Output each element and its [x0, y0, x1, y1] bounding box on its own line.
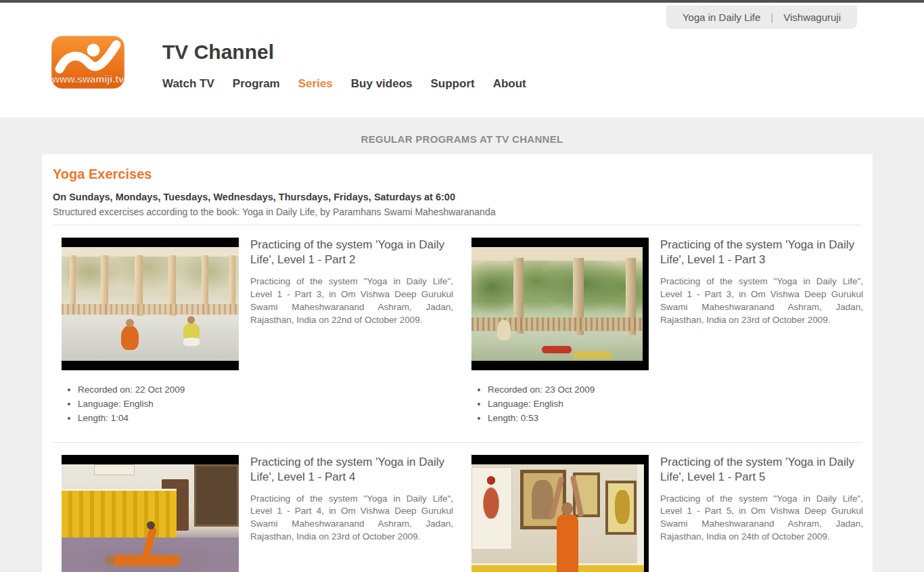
nav-watch-tv[interactable]: Watch TV [162, 77, 214, 91]
thumbnail-art [62, 247, 239, 361]
program-schedule: On Sundays, Mondays, Tuesdays, Wednesday… [53, 192, 862, 202]
thumbnail-art [62, 464, 239, 572]
program-card: Yoga Exercises On Sundays, Mondays, Tues… [42, 154, 873, 572]
topbar-separator: | [770, 12, 773, 23]
nav-about[interactable]: About [493, 77, 526, 91]
thumbnail-art [471, 464, 644, 572]
video-thumbnail-part2[interactable] [62, 238, 239, 370]
swamiji-tv-logo[interactable]: www.swamiji.tv [51, 35, 125, 89]
video-row: Practicing of the system 'Yoga in Daily … [42, 443, 873, 572]
video-text-column: Practicing of the system 'Yoga in Daily … [660, 455, 863, 572]
page-title: TV Channel [162, 41, 274, 64]
video-thumbnail-part5[interactable] [471, 455, 649, 572]
program-title: Yoga Exercises [53, 167, 862, 182]
thumb-column [471, 455, 649, 572]
video-description: Practicing of the system "Yoga in Daily … [250, 493, 453, 544]
video-text-column: Practicing of the system 'Yoga in Daily … [250, 238, 453, 427]
meta-recorded: Recorded on: 23 Oct 2009 [488, 384, 649, 396]
video-meta-list: Recorded on: 22 Oct 2009 Language: Engli… [68, 384, 239, 425]
thumb-column [62, 455, 239, 572]
link-yoga-in-daily-life[interactable]: Yoga in Daily Life [683, 12, 760, 23]
program-card-header: Yoga Exercises On Sundays, Mondays, Tues… [42, 154, 873, 225]
meta-language: Language: English [488, 398, 649, 410]
video-item-part2: Recorded on: 22 Oct 2009 Language: Engli… [53, 238, 463, 427]
logo-url-text: www.swamiji.tv [51, 74, 124, 85]
nav-series[interactable]: Series [298, 77, 333, 91]
section-heading: REGULAR PROGRAMS AT TV CHANNEL [0, 118, 924, 145]
meta-recorded: Recorded on: 22 Oct 2009 [78, 384, 239, 396]
nav-program[interactable]: Program [233, 77, 280, 91]
thumb-column: Recorded on: 22 Oct 2009 Language: Engli… [62, 238, 239, 427]
swamiji-logo-art: www.swamiji.tv [51, 35, 125, 89]
main-nav: Watch TV Program Series Buy videos Suppo… [162, 77, 526, 91]
video-thumbnail-part3[interactable] [471, 238, 649, 370]
meta-length: Length: 1:04 [78, 412, 239, 424]
video-meta-list: Recorded on: 23 Oct 2009 Language: Engli… [478, 384, 649, 425]
meta-length: Length: 0:53 [488, 412, 649, 424]
video-text-column: Practicing of the system 'Yoga in Daily … [660, 238, 863, 427]
video-title-part4[interactable]: Practicing of the system 'Yoga in Daily … [250, 455, 453, 485]
video-title-part3[interactable]: Practicing of the system 'Yoga in Daily … [660, 238, 863, 268]
thumb-column: Recorded on: 23 Oct 2009 Language: Engli… [471, 238, 649, 427]
thumbnail-art [471, 247, 643, 361]
video-title-part2[interactable]: Practicing of the system 'Yoga in Daily … [250, 238, 453, 268]
video-title-part5[interactable]: Practicing of the system 'Yoga in Daily … [660, 455, 863, 485]
video-description: Practicing of the system "Yoga in Daily … [250, 276, 453, 327]
top-links-bar: Yoga in Daily Life | Vishwaguruji [666, 5, 857, 29]
video-text-column: Practicing of the system 'Yoga in Daily … [250, 455, 453, 572]
video-item-part4: Practicing of the system 'Yoga in Daily … [53, 455, 463, 572]
video-row: Recorded on: 22 Oct 2009 Language: Engli… [42, 225, 873, 427]
nav-support[interactable]: Support [431, 77, 475, 91]
video-description: Practicing of the system "Yoga in Daily … [660, 276, 863, 327]
video-item-part3: Recorded on: 23 Oct 2009 Language: Engli… [463, 238, 873, 427]
program-note: Structured excercises according to the b… [53, 206, 862, 217]
nav-buy-videos[interactable]: Buy videos [351, 77, 413, 91]
meta-language: Language: English [78, 398, 239, 410]
video-description: Practicing of the system "Yoga in Daily … [660, 493, 863, 544]
content-band: REGULAR PROGRAMS AT TV CHANNEL Yoga Exer… [0, 118, 924, 572]
site-header: Yoga in Daily Life | Vishwaguruji www.sw… [0, 3, 924, 118]
video-thumbnail-part4[interactable] [62, 455, 239, 572]
link-vishwaguruji[interactable]: Vishwaguruji [783, 12, 841, 23]
video-item-part5: Practicing of the system 'Yoga in Daily … [463, 455, 873, 572]
